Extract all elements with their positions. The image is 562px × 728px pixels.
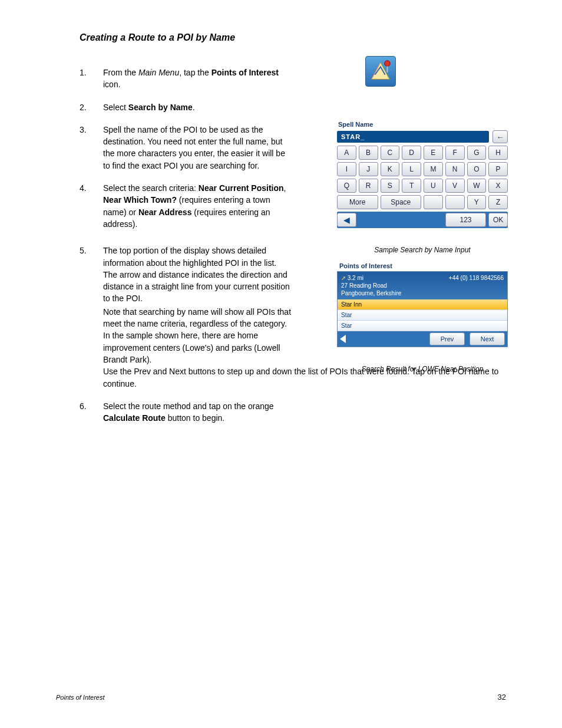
result-addr2: Pangbourne, Berkshire xyxy=(341,289,504,297)
result-detail-panel: ➚ 3.2 mi +44 (0) 118 9842566 27 Reading … xyxy=(338,272,507,299)
footer-section: Points of Interest xyxy=(56,694,105,701)
key-r[interactable]: R xyxy=(359,179,378,193)
keypad-input[interactable]: STAR_ xyxy=(337,131,489,143)
next-button[interactable]: Next xyxy=(470,332,505,345)
keypad-back-button[interactable]: ◀ xyxy=(337,213,356,227)
key-n[interactable]: N xyxy=(445,162,465,176)
key-blank xyxy=(424,195,443,209)
step-2: Select Search by Name. xyxy=(103,101,292,113)
key-o[interactable]: O xyxy=(467,162,487,176)
key-x[interactable]: X xyxy=(488,179,508,193)
key-blank xyxy=(445,195,465,209)
poi-icon xyxy=(365,56,396,87)
key-h[interactable]: H xyxy=(488,146,508,160)
key-e[interactable]: E xyxy=(424,146,443,160)
key-k[interactable]: K xyxy=(381,162,400,176)
result-addr1: 27 Reading Road xyxy=(341,282,504,289)
key-w[interactable]: W xyxy=(467,179,487,193)
result-phone: +44 (0) 118 9842566 xyxy=(449,274,504,282)
key-m[interactable]: M xyxy=(424,162,443,176)
result-item[interactable]: Star xyxy=(338,321,507,331)
step-6: Select the route method and tap on the o… xyxy=(103,400,292,424)
key-c[interactable]: C xyxy=(381,146,400,160)
key-l[interactable]: L xyxy=(402,162,421,176)
key-space[interactable]: Space xyxy=(381,195,422,209)
result-distance: 3.2 mi xyxy=(348,275,363,281)
key-i[interactable]: I xyxy=(337,162,356,176)
backspace-button[interactable]: ← xyxy=(492,130,508,143)
figure-results: Points of Interest ➚ 3.2 mi +44 (0) 118 … xyxy=(337,262,508,373)
key-ok[interactable]: OK xyxy=(488,213,508,227)
results-back-button[interactable] xyxy=(340,335,346,343)
result-item[interactable]: Star Inn xyxy=(338,299,507,310)
key-g[interactable]: G xyxy=(467,146,487,160)
page-title: Creating a Route to a POI by Name xyxy=(80,32,506,43)
results-header: Points of Interest xyxy=(339,262,508,269)
page-footer: Points of Interest 32 xyxy=(56,693,506,701)
svg-point-1 xyxy=(385,61,391,67)
prev-button[interactable]: Prev xyxy=(429,332,465,345)
step-3: Spell the name of the POI to be used as … xyxy=(103,124,292,172)
key-s[interactable]: S xyxy=(381,179,400,193)
key-d[interactable]: D xyxy=(402,146,421,160)
key-f[interactable]: F xyxy=(445,146,465,160)
key-y[interactable]: Y xyxy=(467,195,487,209)
key-p[interactable]: P xyxy=(488,162,508,176)
key-t[interactable]: T xyxy=(402,179,421,193)
spacer xyxy=(359,213,443,227)
step-4: Select the search criteria: Near Current… xyxy=(103,182,292,230)
step-5: The top portion of the display shows det… xyxy=(103,245,292,390)
keypad-caption: Sample Search by Name Input xyxy=(337,246,508,254)
direction-arrow-icon: ➚ xyxy=(341,275,346,281)
key-q[interactable]: Q xyxy=(337,179,356,193)
key-a[interactable]: A xyxy=(337,146,356,160)
key-b[interactable]: B xyxy=(359,146,378,160)
result-item[interactable]: Star xyxy=(338,310,507,321)
key-j[interactable]: J xyxy=(359,162,378,176)
key-123[interactable]: 123 xyxy=(445,213,487,227)
key-z[interactable]: Z xyxy=(488,195,508,209)
key-more[interactable]: More xyxy=(337,195,378,209)
key-v[interactable]: V xyxy=(445,179,465,193)
keypad-header: Spell Name xyxy=(338,121,508,128)
key-u[interactable]: U xyxy=(424,179,443,193)
figure-keypad: Spell Name STAR_ ← ABCDEFGHIJKLMNOPQRSTU… xyxy=(337,121,508,254)
footer-page: 32 xyxy=(498,693,506,701)
step-1: From the Main Menu, tap the Points of In… xyxy=(103,67,292,91)
